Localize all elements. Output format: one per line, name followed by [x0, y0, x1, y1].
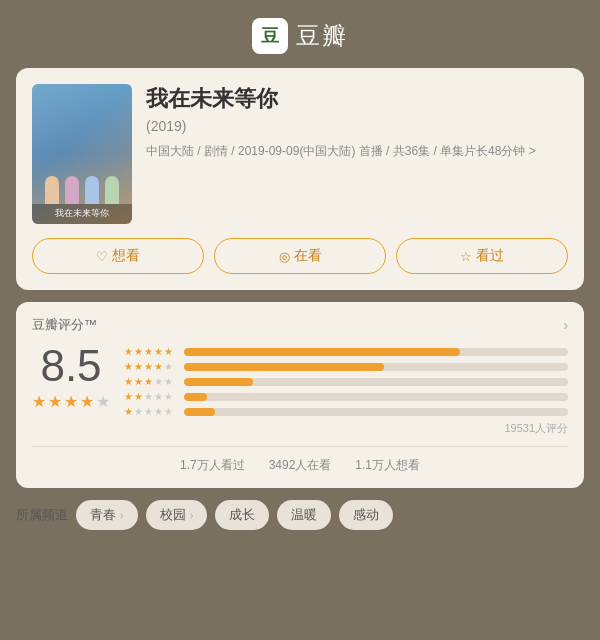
watching-button[interactable]: ◎ 在看 [214, 238, 386, 274]
watched-label: 看过 [476, 247, 504, 265]
show-year: (2019) [146, 118, 568, 134]
bars-container: ★★★★★ ★★★★★ ★★★★★ [124, 344, 568, 436]
tag-youth[interactable]: 青春 › [76, 500, 138, 530]
bar-fill-2 [184, 393, 207, 401]
star-2: ★ [48, 392, 62, 411]
bar-5-stars: ★★★★★ [124, 346, 178, 357]
score-number: 8.5 [40, 344, 101, 388]
bar-row-2: ★★★★★ [124, 391, 568, 402]
app-name: 豆瓣 [296, 20, 348, 52]
rating-bars: ★★★★★ ★★★★★ ★★★★★ [124, 344, 568, 417]
app-header: 豆 豆瓣 [0, 0, 600, 68]
eye-icon: ◎ [279, 249, 290, 264]
tag-campus[interactable]: 校园 › [146, 500, 208, 530]
show-card: 我在未来等你 我在未来等你 (2019) 中国大陆 / 剧情 / 2019-09… [16, 68, 584, 290]
tag-arrow-1: › [120, 509, 124, 521]
tags-row: 所属频道 青春 › 校园 › 成长 温暖 感动 [0, 500, 600, 530]
star-outline-icon: ☆ [460, 249, 472, 264]
action-buttons: ♡ 想看 ◎ 在看 ☆ 看过 [32, 238, 568, 274]
bar-fill-4 [184, 363, 384, 371]
bar-1-stars: ★★★★★ [124, 406, 178, 417]
rating-body: 8.5 ★ ★ ★ ★ ★ ★★★★★ [32, 344, 568, 436]
rating-card: 豆瓣评分™ › 8.5 ★ ★ ★ ★ ★ ★★★★★ [16, 302, 584, 488]
want-to-watch-button[interactable]: ♡ 想看 [32, 238, 204, 274]
rating-stats: 1.7万人看过 3492人在看 1.1万人想看 [32, 446, 568, 474]
star-4: ★ [80, 392, 94, 411]
tag-touching[interactable]: 感动 [339, 500, 393, 530]
score-area: 8.5 ★ ★ ★ ★ ★ [32, 344, 110, 411]
watching-label: 在看 [294, 247, 322, 265]
rating-header: 豆瓣评分™ › [32, 316, 568, 334]
want-label: 想看 [112, 247, 140, 265]
poster-title: 我在未来等你 [32, 204, 132, 224]
tag-warm[interactable]: 温暖 [277, 500, 331, 530]
bar-fill-5 [184, 348, 460, 356]
rating-count: 19531人评分 [124, 421, 568, 436]
show-meta: 我在未来等你 (2019) 中国大陆 / 剧情 / 2019-09-09(中国大… [146, 84, 568, 224]
bar-track-5 [184, 348, 568, 356]
bar-row-4: ★★★★★ [124, 361, 568, 372]
stat-watching: 3492人在看 [269, 457, 332, 474]
bar-row-3: ★★★★★ [124, 376, 568, 387]
bar-2-stars: ★★★★★ [124, 391, 178, 402]
bar-track-1 [184, 408, 568, 416]
bar-track-4 [184, 363, 568, 371]
stat-want: 1.1万人想看 [355, 457, 420, 474]
bar-row-5: ★★★★★ [124, 346, 568, 357]
poster-figures [42, 176, 122, 204]
bar-row-1: ★★★★★ [124, 406, 568, 417]
bar-fill-3 [184, 378, 253, 386]
show-info: 我在未来等你 我在未来等你 (2019) 中国大陆 / 剧情 / 2019-09… [32, 84, 568, 224]
bar-fill-1 [184, 408, 215, 416]
star-3: ★ [64, 392, 78, 411]
bar-track-3 [184, 378, 568, 386]
star-5: ★ [96, 392, 110, 411]
stat-watched: 1.7万人看过 [180, 457, 245, 474]
bar-3-stars: ★★★★★ [124, 376, 178, 387]
chevron-right-icon[interactable]: › [563, 317, 568, 333]
heart-icon: ♡ [96, 249, 108, 264]
bar-track-2 [184, 393, 568, 401]
score-stars: ★ ★ ★ ★ ★ [32, 392, 110, 411]
tag-arrow-2: › [190, 509, 194, 521]
show-poster[interactable]: 我在未来等你 [32, 84, 132, 224]
logo-icon: 豆 [252, 18, 288, 54]
show-description: 中国大陆 / 剧情 / 2019-09-09(中国大陆) 首播 / 共36集 /… [146, 142, 568, 161]
tag-growth[interactable]: 成长 [215, 500, 269, 530]
watched-button[interactable]: ☆ 看过 [396, 238, 568, 274]
tags-label: 所属频道 [16, 506, 68, 524]
show-title: 我在未来等你 [146, 84, 568, 114]
bar-4-stars: ★★★★★ [124, 361, 178, 372]
rating-label: 豆瓣评分™ [32, 316, 97, 334]
star-1: ★ [32, 392, 46, 411]
